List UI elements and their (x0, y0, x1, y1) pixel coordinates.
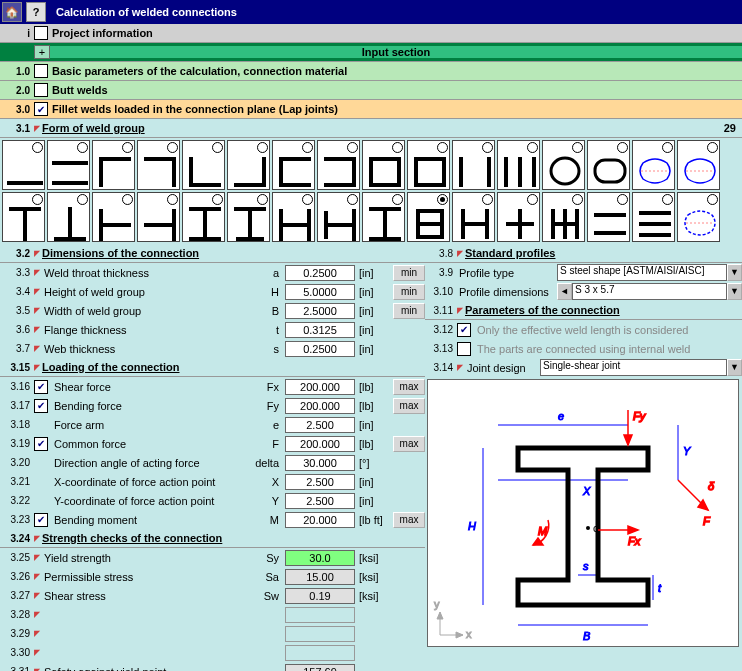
weld-form-option[interactable] (317, 140, 360, 190)
max-button[interactable]: max (393, 398, 425, 414)
section-3[interactable]: 3.0 ✔ Fillet welds loaded in the connect… (0, 100, 742, 119)
row-value[interactable]: 0.2500 (285, 265, 355, 281)
weld-form-option[interactable] (497, 192, 540, 242)
svg-text:Fy: Fy (633, 410, 647, 422)
dropdown-icon[interactable]: ▼ (727, 264, 742, 281)
row-value[interactable]: 157.69 (285, 664, 355, 672)
min-button[interactable]: min (393, 265, 425, 281)
weld-form-option[interactable] (92, 192, 135, 242)
weld-form-option[interactable] (47, 192, 90, 242)
min-button[interactable]: min (393, 303, 425, 319)
weld-form-option[interactable] (497, 140, 540, 190)
row-value[interactable]: 0.2500 (285, 341, 355, 357)
data-row: 3.30◤ (0, 643, 425, 662)
weld-form-option[interactable] (677, 192, 720, 242)
row-value[interactable]: 2.500 (285, 474, 355, 490)
row-symbol: F (245, 438, 285, 450)
row-value[interactable]: 0.3125 (285, 322, 355, 338)
weld-form-option[interactable] (407, 140, 450, 190)
weld-form-option[interactable] (317, 192, 360, 242)
dropdown-icon[interactable]: ▼ (727, 359, 742, 376)
weld-form-option[interactable] (92, 140, 135, 190)
corner-icon: ◤ (34, 534, 40, 543)
radio-icon (482, 142, 493, 153)
weld-form-option[interactable] (677, 140, 720, 190)
sec2-checkbox[interactable] (34, 83, 48, 97)
app-icon[interactable]: 🏠 (2, 2, 22, 22)
row-value[interactable]: 20.000 (285, 512, 355, 528)
dropdown-icon[interactable]: ▼ (727, 283, 742, 300)
row-value[interactable]: 30.0 (285, 550, 355, 566)
row-value[interactable]: 30.000 (285, 455, 355, 471)
section-2[interactable]: 2.0 Butt welds (0, 81, 742, 100)
weld-form-option[interactable] (2, 192, 45, 242)
data-row: 3.3◤Weld throat thicknessa0.2500[in]min (0, 263, 425, 282)
internal-weld-checkbox[interactable] (457, 342, 471, 356)
radio-icon (572, 194, 583, 205)
eff-weld-checkbox[interactable]: ✔ (457, 323, 471, 337)
weld-form-option[interactable] (2, 140, 45, 190)
row-value[interactable]: 2.500 (285, 417, 355, 433)
weld-form-option[interactable] (362, 192, 405, 242)
row-value[interactable] (285, 626, 355, 642)
weld-form-option[interactable] (272, 140, 315, 190)
weld-form-option[interactable] (587, 192, 630, 242)
project-info-checkbox[interactable] (34, 26, 48, 40)
sec315-label: Loading of the connection (42, 361, 180, 373)
corner-icon: ◤ (457, 249, 463, 258)
row-checkbox[interactable]: ✔ (34, 437, 48, 451)
prev-button[interactable]: ◄ (557, 283, 572, 300)
row-value[interactable]: 200.000 (285, 436, 355, 452)
row-checkbox[interactable]: ✔ (34, 399, 48, 413)
weld-form-option[interactable] (137, 192, 180, 242)
weld-form-option[interactable] (407, 192, 450, 242)
sec311-label: Parameters of the connection (465, 304, 620, 316)
weld-form-option[interactable] (272, 192, 315, 242)
weld-form-option[interactable] (182, 140, 225, 190)
weld-form-option[interactable] (182, 192, 225, 242)
sec1-checkbox[interactable] (34, 64, 48, 78)
section-1[interactable]: 1.0 Basic parameters of the calculation,… (0, 62, 742, 81)
row-value[interactable]: 200.000 (285, 398, 355, 414)
sec1-label: Basic parameters of the calculation, con… (52, 65, 347, 77)
row-num: 3.7 (0, 343, 34, 354)
radio-icon (437, 142, 448, 153)
row-value[interactable] (285, 607, 355, 623)
weld-form-gallery (0, 138, 742, 244)
row-symbol: s (245, 343, 285, 355)
row-label: Safety against yield point (42, 666, 245, 672)
min-button[interactable]: min (393, 284, 425, 300)
sec3-checkbox[interactable]: ✔ (34, 102, 48, 116)
row-value[interactable]: 200.000 (285, 379, 355, 395)
max-button[interactable]: max (393, 379, 425, 395)
weld-form-option[interactable] (542, 140, 585, 190)
help-icon[interactable]: ? (26, 2, 46, 22)
max-button[interactable]: max (393, 436, 425, 452)
weld-form-option[interactable] (362, 140, 405, 190)
row-value[interactable]: 15.00 (285, 569, 355, 585)
joint-design-select[interactable]: Single-shear joint (540, 359, 727, 376)
weld-form-option[interactable] (137, 140, 180, 190)
row-value[interactable]: 0.19 (285, 588, 355, 604)
profile-dim-select[interactable]: S 3 x 5.7 (572, 283, 727, 300)
row-value[interactable]: 2.500 (285, 493, 355, 509)
row-checkbox[interactable]: ✔ (34, 513, 48, 527)
weld-form-option[interactable] (632, 140, 675, 190)
row-value[interactable]: 5.0000 (285, 284, 355, 300)
weld-form-option[interactable] (632, 192, 675, 242)
weld-form-option[interactable] (227, 192, 270, 242)
expand-button[interactable]: + (34, 45, 50, 59)
max-button[interactable]: max (393, 512, 425, 528)
section-3-24: 3.24 ◤ Strength checks of the connection (0, 529, 425, 548)
weld-form-option[interactable] (542, 192, 585, 242)
weld-form-option[interactable] (452, 192, 495, 242)
row-checkbox[interactable]: ✔ (34, 380, 48, 394)
weld-form-option[interactable] (452, 140, 495, 190)
profile-type-select[interactable]: S steel shape [ASTM/AISI/AISC] (557, 264, 727, 281)
svg-text:F: F (703, 515, 711, 527)
weld-form-option[interactable] (227, 140, 270, 190)
weld-form-option[interactable] (587, 140, 630, 190)
row-value[interactable]: 2.5000 (285, 303, 355, 319)
row-value[interactable] (285, 645, 355, 661)
weld-form-option[interactable] (47, 140, 90, 190)
